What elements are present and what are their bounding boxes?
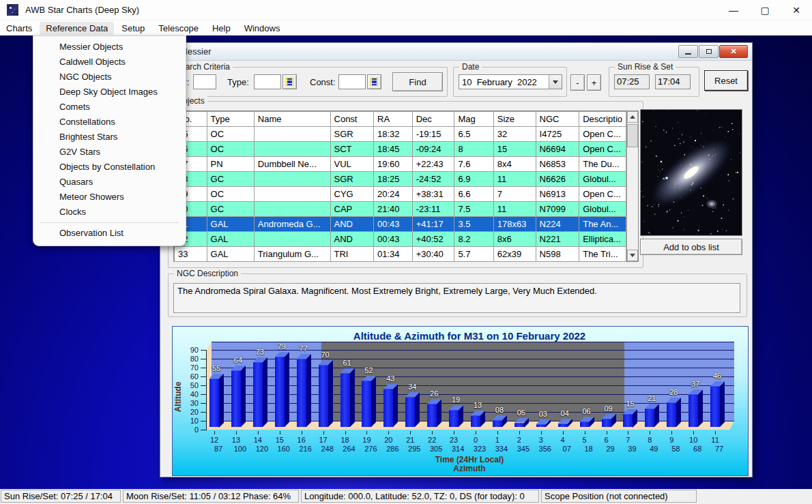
bar-m31-hour-3[interactable] (536, 424, 546, 427)
bar-m31-hour-5[interactable] (580, 421, 590, 427)
menu-item-objects-by-constellation[interactable]: Objects by Constellation (33, 160, 186, 175)
table-cell[interactable]: 33 (175, 247, 207, 262)
table-cell[interactable]: 7 (493, 187, 536, 202)
bar-m31-hour-4[interactable] (558, 424, 568, 427)
table-cell[interactable]: SGR (330, 172, 374, 187)
table-cell[interactable]: GC (207, 172, 254, 187)
table-cell[interactable]: VUL (330, 157, 374, 172)
column-header-size[interactable]: Size (493, 112, 536, 127)
bar-m31-hour-1[interactable] (493, 420, 502, 427)
bar-m31-hour-21[interactable] (405, 397, 415, 427)
bar-m31-hour-15[interactable] (275, 357, 285, 427)
date-dropdown-button[interactable] (549, 75, 562, 89)
date-minus-button[interactable]: - (570, 74, 585, 91)
table-cell[interactable]: 62x39 (493, 247, 536, 262)
menu-item-messier-objects[interactable]: Messier Objects (33, 40, 186, 55)
bar-m31-hour-0[interactable] (471, 415, 480, 427)
add-to-obs-list-button[interactable]: Add to obs list (640, 239, 742, 255)
table-cell[interactable]: N6913 (536, 187, 579, 202)
bar-m31-hour-20[interactable] (383, 389, 393, 427)
table-cell[interactable]: PN (207, 157, 254, 172)
menu-item-deep-sky-object-images[interactable]: Deep Sky Object Images (33, 85, 186, 100)
menu-telescope[interactable]: Telescope (152, 22, 205, 35)
table-cell[interactable]: +40:52 (412, 232, 454, 247)
table-cell[interactable]: N221 (536, 232, 579, 247)
scroll-down-button[interactable] (627, 250, 638, 261)
table-cell[interactable] (254, 172, 330, 187)
column-header-const[interactable]: Const (330, 112, 374, 127)
bar-m31-hour-23[interactable] (449, 410, 459, 427)
table-cell[interactable]: 01:34 (374, 247, 413, 262)
scrollbar-thumb[interactable] (627, 124, 638, 147)
table-cell[interactable]: 20:24 (374, 187, 413, 202)
table-cell[interactable]: N7099 (536, 202, 579, 217)
table-cell[interactable]: 3.5 (454, 217, 493, 232)
table-cell[interactable]: OC (207, 142, 254, 157)
menu-help[interactable]: Help (206, 22, 237, 35)
const-list-button[interactable] (367, 74, 381, 89)
table-cell[interactable] (254, 232, 330, 247)
table-row-m31[interactable]: 31GALAndromeda G...AND00:43+41:173.5178x… (175, 217, 626, 232)
bar-m31-hour-13[interactable] (231, 370, 241, 427)
table-row-m30[interactable]: 30GCCAP21:40-23:117.511N7099Globul... (175, 202, 626, 217)
column-header-mag[interactable]: Mag (454, 112, 493, 127)
table-row-m26[interactable]: 26OCSCT18:45-09:24815N6694Open C... (175, 142, 626, 157)
table-cell[interactable]: 00:43 (374, 232, 413, 247)
column-header-name[interactable]: Name (254, 112, 330, 127)
table-cell[interactable]: -24:52 (412, 172, 454, 187)
child-close-button[interactable]: ✕ (719, 45, 748, 58)
nbr-input[interactable] (193, 74, 216, 89)
column-header-descriptio[interactable]: Descriptio (579, 112, 626, 127)
bar-m31-hour-18[interactable] (340, 373, 350, 427)
table-cell[interactable]: 18:25 (374, 172, 413, 187)
table-cell[interactable]: +41:17 (412, 217, 454, 232)
bar-m31-hour-14[interactable] (253, 362, 263, 427)
menu-item-meteor-showers[interactable]: Meteor Showers (33, 190, 186, 205)
table-cell[interactable]: 19:60 (374, 157, 413, 172)
find-button[interactable]: Find (392, 72, 443, 91)
table-cell[interactable]: +38:31 (412, 187, 454, 202)
table-cell[interactable] (254, 127, 330, 142)
table-cell[interactable]: Andromeda G... (254, 217, 330, 232)
menu-item-g2v-stars[interactable]: G2V Stars (33, 145, 186, 160)
table-cell[interactable]: 8x4 (493, 157, 536, 172)
date-plus-button[interactable]: + (587, 74, 601, 91)
table-cell[interactable]: 6.5 (454, 127, 493, 142)
table-cell[interactable]: GC (207, 202, 254, 217)
table-cell[interactable]: Dumbbell Ne... (254, 157, 330, 172)
menu-item-constellations[interactable]: Constellations (33, 115, 186, 130)
table-scrollbar[interactable] (626, 111, 638, 261)
table-cell[interactable]: 11 (493, 172, 536, 187)
table-cell[interactable]: GAL (207, 217, 254, 232)
bar-m31-hour-22[interactable] (427, 404, 437, 427)
table-cell[interactable]: CYG (330, 187, 374, 202)
menu-item-ngc-objects[interactable]: NGC Objects (33, 70, 186, 85)
menu-item-caldwell-objects[interactable]: Caldwell Objects (33, 55, 186, 70)
table-cell[interactable]: The An... (579, 217, 626, 232)
table-cell[interactable]: OC (207, 187, 254, 202)
table-cell[interactable]: Triangulum G... (254, 247, 330, 262)
table-cell[interactable]: 00:43 (374, 217, 413, 232)
table-cell[interactable]: GAL (207, 232, 254, 247)
type-list-button[interactable] (282, 74, 297, 89)
table-cell[interactable] (254, 187, 330, 202)
table-cell[interactable]: Open C... (579, 127, 626, 142)
table-row-m25[interactable]: 25OCSGR18:32-19:156.532I4725Open C... (175, 127, 626, 142)
table-cell[interactable]: 8 (454, 142, 493, 157)
bar-m31-hour-8[interactable] (645, 409, 654, 427)
table-cell[interactable]: 8.2 (454, 232, 493, 247)
table-row-m28[interactable]: 28GCSGR18:25-24:526.911N6626Globul... (175, 172, 626, 187)
table-row-m29[interactable]: 29OCCYG20:24+38:316.67N6913Open C... (175, 187, 626, 202)
menu-setup[interactable]: Setup (115, 22, 151, 35)
table-cell[interactable]: 7.5 (454, 202, 493, 217)
table-cell[interactable]: OC (207, 127, 254, 142)
bar-m31-hour-2[interactable] (514, 423, 524, 428)
table-cell[interactable]: I4725 (536, 127, 579, 142)
table-cell[interactable]: 7.6 (454, 157, 493, 172)
table-cell[interactable]: 8x6 (493, 232, 536, 247)
menu-charts[interactable]: Charts (0, 22, 38, 35)
column-header-ngc[interactable]: NGC (536, 112, 579, 127)
const-input[interactable] (338, 74, 366, 89)
table-cell[interactable]: 21:40 (374, 202, 413, 217)
table-cell[interactable]: 11 (493, 202, 536, 217)
